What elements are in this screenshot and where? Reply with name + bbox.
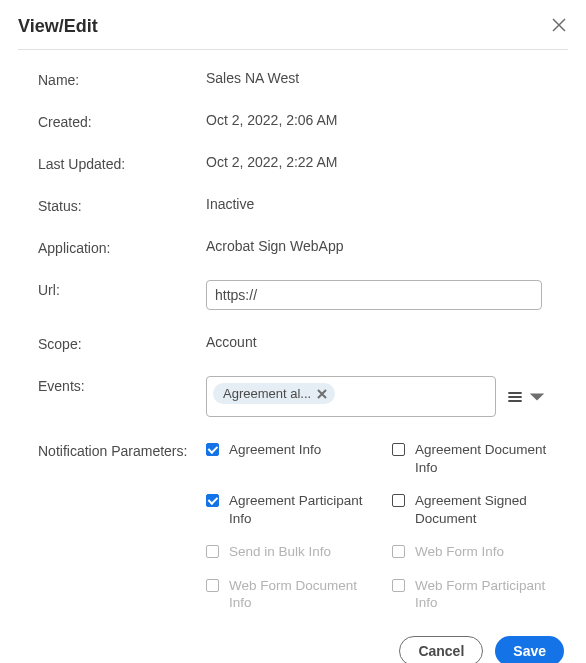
status-label: Status: [38,196,206,214]
row-name: Name: Sales NA West [38,70,568,88]
chevron-down-icon [528,388,546,406]
created-value: Oct 2, 2022, 2:06 AM [206,112,568,128]
event-tag-remove[interactable] [317,389,327,399]
event-tag: Agreement al... [213,383,335,404]
checkbox-agreement-document-info[interactable] [392,443,405,456]
close-icon [552,18,566,32]
name-value: Sales NA West [206,70,568,86]
label-agreement-info: Agreement Info [229,441,327,459]
param-agreement-participant-info: Agreement Participant Info [206,492,382,527]
param-agreement-signed-document: Agreement Signed Document [392,492,568,527]
param-web-form-info: Web Form Info [392,543,568,561]
param-web-form-participant-info: Web Form Participant Info [392,577,568,612]
dialog-header: View/Edit [18,16,568,50]
events-list-toggle[interactable] [504,376,548,417]
status-value: Inactive [206,196,568,212]
event-tag-label: Agreement al... [223,386,311,401]
param-send-in-bulk-info: Send in Bulk Info [206,543,382,561]
updated-label: Last Updated: [38,154,206,172]
params-label: Notification Parameters: [38,441,206,459]
scope-label: Scope: [38,334,206,352]
row-status: Status: Inactive [38,196,568,214]
dialog-footer: Cancel Save [18,636,568,663]
checkbox-web-form-info [392,545,405,558]
checkbox-send-in-bulk-info [206,545,219,558]
url-label: Url: [38,280,206,298]
url-input[interactable] [206,280,542,310]
checkbox-agreement-participant-info[interactable] [206,494,219,507]
row-updated: Last Updated: Oct 2, 2022, 2:22 AM [38,154,568,172]
label-agreement-signed-document: Agreement Signed Document [415,492,568,527]
label-web-form-participant-info: Web Form Participant Info [415,577,568,612]
checkbox-agreement-info[interactable] [206,443,219,456]
form-body: Name: Sales NA West Created: Oct 2, 2022… [18,70,568,612]
dialog-title: View/Edit [18,16,98,37]
save-button[interactable]: Save [495,636,564,663]
close-button[interactable] [550,16,568,37]
checkbox-web-form-document-info [206,579,219,592]
close-icon [317,389,327,399]
name-label: Name: [38,70,206,88]
label-web-form-document-info: Web Form Document Info [229,577,382,612]
row-url: Url: [38,280,568,310]
label-send-in-bulk-info: Send in Bulk Info [229,543,337,561]
created-label: Created: [38,112,206,130]
scope-value: Account [206,334,568,350]
updated-value: Oct 2, 2022, 2:22 AM [206,154,568,170]
events-label: Events: [38,376,206,394]
label-agreement-participant-info: Agreement Participant Info [229,492,382,527]
application-label: Application: [38,238,206,256]
label-agreement-document-info: Agreement Document Info [415,441,568,476]
checkbox-agreement-signed-document[interactable] [392,494,405,507]
checkbox-web-form-participant-info [392,579,405,592]
row-created: Created: Oct 2, 2022, 2:06 AM [38,112,568,130]
param-web-form-document-info: Web Form Document Info [206,577,382,612]
param-agreement-info: Agreement Info [206,441,382,476]
row-application: Application: Acrobat Sign WebApp [38,238,568,256]
list-icon [506,388,524,406]
label-web-form-info: Web Form Info [415,543,510,561]
params-grid: Agreement Info Agreement Document Info A… [206,441,568,612]
row-events: Events: Agreement al... [38,376,568,417]
cancel-button[interactable]: Cancel [399,636,483,663]
row-notification-params: Notification Parameters: Agreement Info … [38,441,568,612]
param-agreement-document-info: Agreement Document Info [392,441,568,476]
row-scope: Scope: Account [38,334,568,352]
events-multiselect[interactable]: Agreement al... [206,376,496,417]
application-value: Acrobat Sign WebApp [206,238,568,254]
